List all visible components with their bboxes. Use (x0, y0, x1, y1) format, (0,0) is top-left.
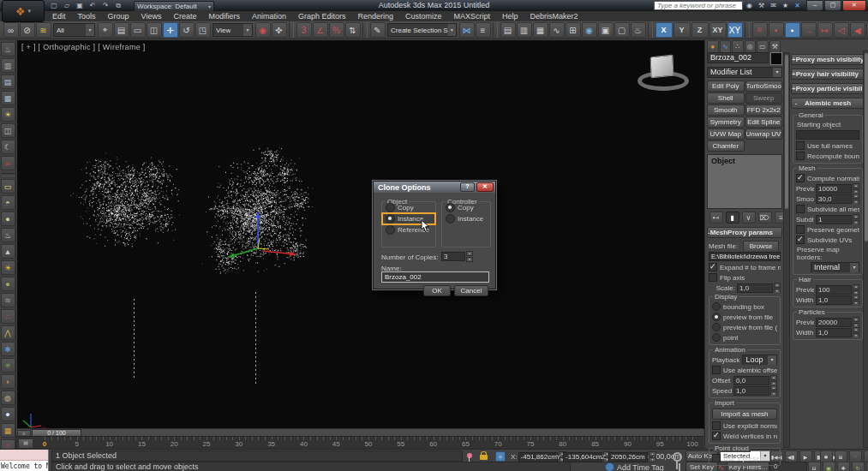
crown-icon[interactable]: ⋀ (1, 325, 15, 340)
axis-x-button[interactable]: X (655, 22, 673, 38)
frame-tick-65[interactable]: 65 (462, 440, 470, 448)
spinner-buttons[interactable]: ▴▾ (774, 283, 781, 293)
frame-tick-5[interactable]: 5 (75, 440, 79, 448)
spinner-snap-icon[interactable]: ⇅ (345, 22, 361, 38)
menu-debrismaker2[interactable]: DebrisMaker2 (524, 11, 584, 21)
spinner-buttons[interactable]: ▴▾ (603, 451, 611, 462)
render-production-icon[interactable]: ♨ (631, 22, 646, 38)
proxy-hair-visibility-rollout-header[interactable]: +Proxy hair visibility (791, 69, 865, 80)
mirror-icon[interactable]: ⋈ (459, 22, 475, 38)
minimize-button[interactable]: – (806, 0, 823, 11)
snap-vertex-icon[interactable]: ▪ (785, 22, 800, 38)
coordinate-field[interactable]: -135,604cm (563, 452, 602, 462)
menu-graph-editors[interactable]: Graph Editors (292, 11, 352, 21)
favorites-icon[interactable]: ★ (781, 1, 791, 10)
reference-coordinate-dropdown[interactable]: View▾ (213, 23, 253, 37)
use-alembic-offset-checkbox[interactable]: Use alembic offset (710, 365, 779, 375)
scene-explorer-icon[interactable]: ▤ (500, 22, 516, 38)
table-icon[interactable]: ▦ (1, 91, 15, 105)
e-biblioteki-drzewa-tree-storm-field[interactable]: E:\Biblioteki\drzewa tree storm (709, 252, 781, 261)
viewport-label[interactable]: [ + ] [ Orthographic ] [ Wireframe ] (21, 43, 146, 51)
spinner-up-icon[interactable]: ▴ (853, 284, 859, 289)
tab-display[interactable]: ▭ (757, 40, 769, 53)
snap-grid-icon[interactable]: ⌗ (752, 22, 768, 38)
axis-z-button[interactable]: Z (691, 22, 709, 38)
tab-create[interactable]: ● (707, 40, 719, 53)
width-multiplier-field[interactable]: 1,0 (816, 295, 852, 305)
schematic-view-icon[interactable]: ⊞ (566, 22, 581, 38)
frame-tick-25[interactable]: 25 (203, 440, 211, 448)
point-radio[interactable]: point (710, 332, 779, 343)
menu-group[interactable]: Group (102, 11, 135, 21)
angle-snap-icon[interactable]: ∠ (313, 22, 328, 38)
spinner-buttons[interactable]: ▴▾ (853, 284, 859, 295)
internal-dropdown[interactable]: Internal▾ (811, 262, 859, 272)
frame-tick-70[interactable]: 70 (494, 440, 502, 448)
cancel-button[interactable]: Cancel (454, 285, 488, 296)
frame-tick-10[interactable]: 10 (105, 440, 113, 448)
spinner-up-icon[interactable]: ▴ (853, 183, 859, 188)
copies-spinner[interactable]: 3 ▴▾ (441, 251, 473, 262)
tab-utilities[interactable]: ⚒ (769, 40, 781, 53)
animal-icon[interactable]: ◗ (1, 374, 15, 389)
meshproxy-params-rollout-header[interactable]: -MeshProxy params (707, 227, 782, 238)
previous-frame-button[interactable]: ◀▮ (785, 450, 798, 462)
frame-tick-35[interactable]: 35 (267, 440, 275, 448)
spinner-up-icon[interactable]: ▴ (774, 283, 781, 288)
modifier-list-dropdown[interactable]: Modifier List ▾ (707, 67, 782, 78)
spinner-buttons[interactable]: ▴▾ (853, 214, 859, 224)
proxy-mesh-visibility-rollout-header[interactable]: +Proxy mesh visibility (791, 54, 865, 65)
object-radio-reference[interactable]: Reference (382, 224, 435, 236)
alembic-mesh-rollout-header[interactable]: -Alembic mesh (791, 98, 865, 109)
preserve-geometry-borders-checkbox[interactable]: Preserve geometry borders (794, 224, 861, 235)
frame-tick-50[interactable]: 50 (365, 440, 373, 448)
menu-edit[interactable]: Edit (46, 11, 72, 21)
new-scene-icon[interactable]: ▢ (49, 1, 60, 10)
scrollbar-thumb[interactable] (865, 53, 868, 241)
spinner-down-icon[interactable]: ▾ (853, 301, 859, 306)
sun-icon[interactable]: ☀ (1, 260, 15, 275)
spinner-down-icon[interactable]: ▾ (853, 220, 859, 225)
select-and-link-icon[interactable]: ∞ (3, 22, 19, 38)
spinner-down-icon[interactable]: ▾ (774, 289, 781, 294)
modifier-button-edit-spline[interactable]: Edit Spline (745, 116, 783, 128)
play-button[interactable]: ▶ (799, 450, 812, 462)
modifier-button-uvw-map[interactable]: UVW Map (707, 128, 745, 140)
zoom-extents-icon[interactable]: ▣ (823, 462, 835, 471)
spinner-up-icon[interactable]: ▴ (770, 375, 777, 380)
frame-tick-75[interactable]: 75 (527, 440, 535, 448)
spinner-up-icon[interactable]: ▴ (559, 451, 566, 456)
offset-frames-field[interactable]: 0,0 (733, 376, 769, 385)
plane-icon[interactable]: ▭ (1, 179, 15, 194)
frame-tick-15[interactable]: 15 (138, 440, 146, 448)
molecules-icon[interactable]: ∴ (1, 309, 15, 324)
isolate-selection-icon[interactable]: ◌ (849, 450, 862, 462)
bounding-box-radio[interactable]: bounding box (710, 301, 779, 312)
spinner-buttons[interactable]: ▴▾ (853, 327, 859, 337)
search-icon[interactable]: ◉ (745, 1, 755, 10)
tools-icon[interactable]: ⚒ (757, 1, 767, 10)
remove-modifier-icon[interactable]: ⌦ (758, 212, 772, 224)
render-setup-icon[interactable]: ▣ (598, 22, 614, 38)
spinner-down-icon[interactable]: ▾ (853, 200, 859, 205)
spinner-buttons[interactable]: ▴▾ (853, 183, 859, 194)
project-folder-icon[interactable]: ⧉ (113, 1, 124, 10)
use-pivot-point-icon[interactable]: ◉ (255, 22, 271, 38)
pin-stack-icon[interactable]: ⊷ (709, 212, 723, 224)
application-menu-button[interactable]: ❖ ▾ (2, 0, 45, 22)
teapot-icon[interactable]: ♨ (1, 228, 15, 242)
menu-rendering[interactable]: Rendering (352, 11, 400, 21)
subdivide-uvs-checkbox[interactable]: Subdivide UVs (794, 235, 861, 245)
spinner-down-icon[interactable]: ▾ (466, 257, 473, 262)
lightbulb-icon[interactable]: ☀ (1, 107, 15, 122)
use-if-present-checkbox[interactable]: Use if present (710, 453, 779, 463)
object-name-field[interactable]: Brzoza_002 (707, 52, 769, 63)
spinner-down-icon[interactable]: ▾ (770, 391, 777, 396)
grid-toggle-icon[interactable]: ⊞ (835, 450, 847, 462)
snap-face-icon[interactable]: ◁ (834, 22, 849, 38)
menu-create[interactable]: Create (167, 11, 202, 21)
add-time-tag[interactable]: Add Time Tag (617, 463, 664, 471)
select-and-move-icon[interactable]: ✛ (163, 22, 178, 38)
preview-count-field[interactable]: 10000 (816, 184, 852, 194)
disc-icon[interactable]: ● (1, 277, 15, 291)
